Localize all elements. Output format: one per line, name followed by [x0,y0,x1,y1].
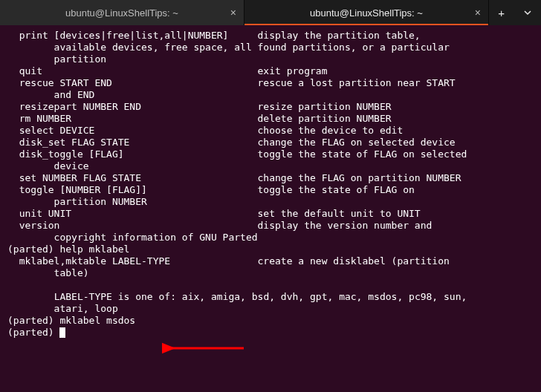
menu-dropdown-button[interactable] [523,7,532,19]
tab-inactive[interactable]: ubuntu@LinuxShellTips: ~ × [0,0,244,25]
tab-active[interactable]: ubuntu@LinuxShellTips: ~ × [244,0,489,25]
new-tab-button[interactable]: + [498,7,505,19]
terminal-output[interactable]: print [devices|free|list,all|NUMBER] dis… [0,25,541,392]
close-icon[interactable]: × [475,7,481,18]
text-cursor [59,327,65,338]
tab-title: ubuntu@LinuxShellTips: ~ [65,7,178,19]
tab-bar: ubuntu@LinuxShellTips: ~ × ubuntu@LinuxS… [0,0,541,25]
tab-actions: + [489,0,541,25]
tab-title: ubuntu@LinuxShellTips: ~ [310,7,423,19]
close-icon[interactable]: × [230,7,236,18]
chevron-down-icon [523,8,532,17]
